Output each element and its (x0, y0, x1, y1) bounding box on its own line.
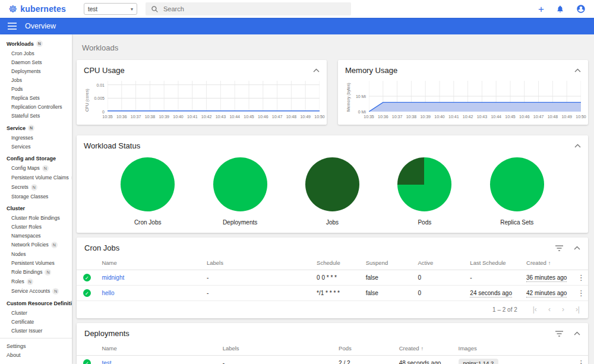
x-tick-label: 10:42 (463, 115, 473, 119)
row-actions-menu-icon[interactable]: ⋮ (575, 289, 587, 297)
sidebar-item-cluster-role-bindings[interactable]: Cluster Role Bindings (0, 213, 72, 222)
sidebar-item-namespaces[interactable]: Namespaces (0, 231, 72, 240)
sidebar-item-about[interactable]: About (0, 350, 72, 359)
collapse-chevron-up-icon[interactable] (313, 68, 320, 72)
resource-name-link[interactable]: hello (102, 290, 114, 296)
user-profile-icon[interactable] (576, 4, 586, 14)
column-header-created[interactable]: Created↑ (394, 341, 454, 356)
column-header-menu (570, 256, 588, 270)
column-header-created[interactable]: Created↑ (522, 256, 570, 270)
memory-usage-card: Memory Usage Memory (bytes) 0 Mi10 Mi 10… (338, 60, 588, 125)
column-header-label: Created (526, 259, 546, 266)
filter-icon[interactable] (555, 331, 563, 337)
sidebar-header-workloads[interactable]: WorkloadsN (0, 39, 72, 49)
create-resource-icon[interactable]: + (538, 4, 544, 14)
collapse-chevron-up-icon[interactable] (574, 331, 580, 335)
cell-status: ✓ (77, 286, 97, 301)
sidebar-item-replica-sets[interactable]: Replica Sets (0, 93, 72, 102)
sort-ascending-icon[interactable]: ↑ (421, 346, 424, 352)
sidebar-item-label: Settings (7, 343, 26, 349)
x-tick-label: 10:48 (286, 115, 297, 119)
first-page-icon[interactable]: |‹ (533, 305, 537, 314)
namespace-select[interactable]: test ▾ (84, 3, 137, 15)
sidebar-item-label: Storage Classes (11, 194, 48, 200)
sidebar-item-deployments[interactable]: Deployments (0, 67, 72, 75)
sidebar-item-service-accounts[interactable]: Service AccountsN (0, 286, 72, 296)
sidebar-item-secrets[interactable]: SecretsN (0, 182, 72, 192)
sidebar-header-custom-resource-definitions[interactable]: Custom Resource Definitions (0, 299, 72, 308)
sidebar-item-stateful-sets[interactable]: Stateful Sets (0, 111, 72, 120)
sidebar-group-config-and-storage: Config and StorageConfig MapsNPersistent… (0, 154, 72, 201)
sidebar-item-role-bindings[interactable]: Role BindingsN (0, 267, 72, 277)
kubernetes-logo[interactable]: ☸ kubernetes (8, 4, 66, 14)
collapse-chevron-up-icon[interactable] (574, 246, 580, 250)
sidebar-group-cluster: ClusterCluster Role BindingsCluster Role… (0, 204, 72, 296)
sidebar-item-label: Daemon Sets (11, 59, 42, 65)
next-page-icon[interactable]: › (562, 305, 564, 314)
resource-name-link[interactable]: test (102, 360, 111, 364)
search-input[interactable] (163, 5, 346, 12)
namespaced-badge: N (45, 269, 51, 276)
sidebar-item-network-policies[interactable]: Network PoliciesN (0, 240, 72, 249)
column-header-last-schedule: Last Schedule (465, 256, 522, 270)
column-header-label: Last Schedule (470, 259, 505, 266)
x-tick-label: 10:36 (116, 115, 127, 119)
x-tick-label: 10:45 (505, 115, 516, 119)
cell-active: 0 (413, 286, 466, 301)
sidebar-item-config-maps[interactable]: Config MapsN (0, 163, 72, 173)
status-ok-icon: ✓ (83, 274, 91, 281)
sidebar-divider (0, 338, 72, 338)
sidebar-item-jobs[interactable]: Jobs (0, 75, 72, 84)
sort-ascending-icon[interactable]: ↑ (548, 260, 551, 266)
column-header-suspend: Suspend (361, 256, 413, 270)
pie-label: Pods (397, 219, 451, 226)
column-header-label: Labels (207, 259, 223, 266)
collapse-chevron-up-icon[interactable] (574, 68, 581, 72)
cron-jobs-table: NameLabelsScheduleSuspendActiveLast Sche… (77, 256, 588, 301)
sidebar-item-nodes[interactable]: Nodes (0, 249, 72, 258)
sidebar-item-cluster-issuer[interactable]: Cluster Issuer (0, 326, 72, 335)
column-header-pods: Pods (334, 341, 394, 356)
sidebar-header-service[interactable]: ServiceN (0, 123, 72, 133)
series-area (369, 102, 581, 112)
prev-page-icon[interactable]: ‹ (548, 305, 551, 314)
deployments-title: Deployments (84, 329, 555, 338)
column-header-labels: Labels (218, 341, 334, 356)
sidebar-item-cron-jobs[interactable]: Cron Jobs (0, 49, 72, 58)
x-tick-label: 10:50 (576, 115, 586, 119)
sidebar-item-ingresses[interactable]: Ingresses (0, 133, 72, 142)
sidebar-item-roles[interactable]: RolesN (0, 277, 72, 286)
sidebar-item-label: Cluster (11, 310, 27, 316)
sidebar-item-storage-classes[interactable]: Storage Classes (0, 192, 72, 201)
resource-name-link[interactable]: midnight (102, 274, 124, 281)
sidebar-item-label: Persistent Volume Claims (11, 175, 69, 181)
filter-icon[interactable] (555, 245, 563, 251)
collapse-chevron-up-icon[interactable] (574, 144, 581, 148)
search-bar[interactable] (146, 2, 351, 15)
sidebar-header-config-and-storage[interactable]: Config and Storage (0, 154, 72, 163)
last-page-icon[interactable]: ›| (576, 305, 580, 314)
sidebar-item-cluster-roles[interactable]: Cluster Roles (0, 222, 72, 231)
sidebar-item-label: Persistent Volumes (11, 260, 55, 266)
sidebar-item-persistent-volume-claims[interactable]: Persistent Volume ClaimsN (0, 173, 72, 182)
sidebar-item-cluster[interactable]: Cluster (0, 308, 72, 317)
cell-last-schedule: - (465, 270, 522, 286)
sidebar-item-persistent-volumes[interactable]: Persistent Volumes (0, 258, 72, 267)
sidebar-item-daemon-sets[interactable]: Daemon Sets (0, 58, 72, 67)
notifications-bell-icon[interactable] (556, 5, 564, 13)
sidebar-header-cluster[interactable]: Cluster (0, 204, 72, 213)
sidebar-item-settings[interactable]: Settings (0, 341, 72, 350)
x-tick-label: 10:39 (159, 115, 169, 119)
sidebar-item-pods[interactable]: Pods (0, 84, 72, 93)
row-actions-menu-icon[interactable]: ⋮ (575, 359, 587, 364)
pie-chart (397, 157, 451, 211)
cell-images: nginx:1.14.2 (454, 356, 570, 364)
page-title: Workloads (77, 34, 588, 60)
hamburger-menu-icon[interactable] (8, 23, 17, 30)
sidebar-item-certificate[interactable]: Certificate (0, 317, 72, 326)
row-actions-menu-icon[interactable]: ⋮ (575, 273, 587, 282)
x-tick-label: 10:40 (434, 115, 445, 119)
sidebar-item-replication-controllers[interactable]: Replication Controllers (0, 102, 72, 111)
x-tick-label: 10:47 (533, 115, 544, 119)
sidebar-item-services[interactable]: Services (0, 142, 72, 151)
